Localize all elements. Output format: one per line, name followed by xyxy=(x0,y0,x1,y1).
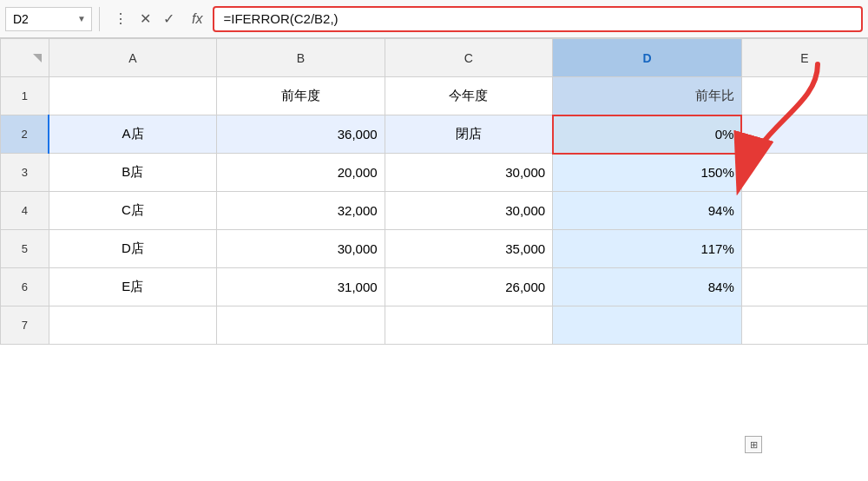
row-header-6[interactable]: 6 xyxy=(1,268,49,306)
cell-d7[interactable] xyxy=(553,306,742,345)
col-header-a[interactable]: A xyxy=(49,39,217,77)
table-row: 7 xyxy=(1,306,868,345)
column-header-row: A B C D E xyxy=(1,39,868,77)
cell-d3[interactable]: 150% xyxy=(553,154,742,192)
cell-b5[interactable]: 30,000 xyxy=(217,230,385,268)
cell-a1[interactable] xyxy=(49,77,217,115)
col-header-c[interactable]: C xyxy=(385,39,553,77)
table-row: 6 E店 31,000 26,000 84% xyxy=(1,268,868,306)
cell-e3[interactable] xyxy=(741,154,867,192)
cell-name-box[interactable]: D2 xyxy=(5,7,92,31)
cell-a4[interactable]: C店 xyxy=(49,192,217,230)
dots-icon: ⋮ xyxy=(114,10,128,27)
cell-b7[interactable] xyxy=(217,306,385,345)
col-header-b[interactable]: B xyxy=(217,39,385,77)
cell-c3[interactable]: 30,000 xyxy=(385,154,553,192)
cell-c6[interactable]: 26,000 xyxy=(385,268,553,306)
formula-bar-divider xyxy=(99,7,100,31)
table-row: 2 A店 36,000 閉店 0% xyxy=(1,115,868,154)
cell-e5[interactable] xyxy=(741,230,867,268)
table-row: 1 前年度 今年度 前年比 xyxy=(1,77,868,115)
formula-text: =IFERROR(C2/B2,) xyxy=(223,11,338,26)
cancel-icon[interactable]: ✕ xyxy=(140,10,151,27)
cell-c2[interactable]: 閉店 xyxy=(385,115,553,154)
cell-d6[interactable]: 84% xyxy=(553,268,742,306)
table-row: 4 C店 32,000 30,000 94% xyxy=(1,192,868,230)
cell-b1[interactable]: 前年度 xyxy=(217,77,385,115)
row-header-3[interactable]: 3 xyxy=(1,154,49,192)
table-row: 5 D店 30,000 35,000 117% xyxy=(1,230,868,268)
cell-b3[interactable]: 20,000 xyxy=(217,154,385,192)
cell-c1[interactable]: 今年度 xyxy=(385,77,553,115)
cell-b4[interactable]: 32,000 xyxy=(217,192,385,230)
corner-cell xyxy=(1,39,49,77)
cell-c5[interactable]: 35,000 xyxy=(385,230,553,268)
cell-a5[interactable]: D店 xyxy=(49,230,217,268)
cell-a7[interactable] xyxy=(49,306,217,345)
cell-e1[interactable] xyxy=(741,77,867,115)
cell-a3[interactable]: B店 xyxy=(49,154,217,192)
confirm-icon[interactable]: ✓ xyxy=(163,10,174,27)
col-header-e[interactable]: E xyxy=(741,39,867,77)
cell-d5[interactable]: 117% xyxy=(553,230,742,268)
row-header-5[interactable]: 5 xyxy=(1,230,49,268)
cell-d1[interactable]: 前年比 xyxy=(553,77,742,115)
spreadsheet-grid: A B C D E 1 前年度 今年度 前年比 2 A店 36,000 閉店 0… xyxy=(0,38,868,345)
col-header-d[interactable]: D xyxy=(553,39,742,77)
formula-bar: D2 ⋮ ✕ ✓ fx =IFERROR(C2/B2,) xyxy=(0,0,868,38)
cell-a6[interactable]: E店 xyxy=(49,268,217,306)
cell-b2[interactable]: 36,000 xyxy=(217,115,385,154)
cell-b6[interactable]: 31,000 xyxy=(217,268,385,306)
row-header-4[interactable]: 4 xyxy=(1,192,49,230)
cell-e6[interactable] xyxy=(741,268,867,306)
cell-d4[interactable]: 94% xyxy=(553,192,742,230)
row-header-2[interactable]: 2 xyxy=(1,115,49,154)
cell-reference: D2 xyxy=(13,12,29,26)
cell-a2[interactable]: A店 xyxy=(49,115,217,154)
cell-e4[interactable] xyxy=(741,192,867,230)
formula-icons: ⋮ ✕ ✓ xyxy=(107,10,181,27)
cell-c7[interactable] xyxy=(385,306,553,345)
quick-analysis-icon[interactable]: ⊞ xyxy=(745,436,762,453)
formula-input[interactable]: =IFERROR(C2/B2,) xyxy=(213,6,863,32)
row-header-7[interactable]: 7 xyxy=(1,306,49,345)
table-row: 3 B店 20,000 30,000 150% xyxy=(1,154,868,192)
cell-d2[interactable]: 0% xyxy=(553,115,742,154)
cell-e7[interactable] xyxy=(741,306,867,345)
cell-c4[interactable]: 30,000 xyxy=(385,192,553,230)
row-header-1[interactable]: 1 xyxy=(1,77,49,115)
cell-e2[interactable] xyxy=(741,115,867,154)
fx-label: fx xyxy=(192,11,202,27)
